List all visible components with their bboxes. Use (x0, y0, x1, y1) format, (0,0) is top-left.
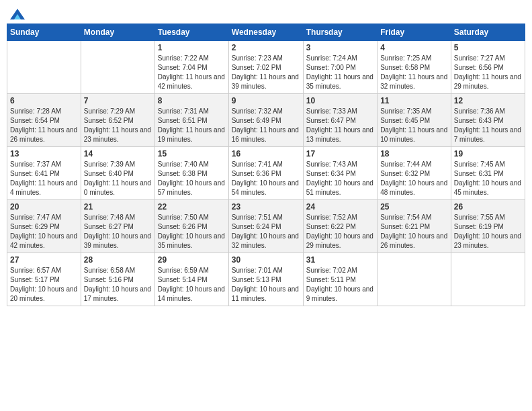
day-detail: Sunrise: 7:37 AM Sunset: 6:41 PM Dayligh… (10, 160, 78, 197)
calendar-cell: 6Sunrise: 7:28 AM Sunset: 6:54 PM Daylig… (7, 94, 81, 147)
calendar-cell: 20Sunrise: 7:47 AM Sunset: 6:29 PM Dayli… (7, 200, 81, 253)
calendar-cell: 24Sunrise: 7:52 AM Sunset: 6:22 PM Dayli… (303, 200, 377, 253)
day-number: 9 (232, 96, 300, 105)
day-detail: Sunrise: 7:50 AM Sunset: 6:26 PM Dayligh… (158, 213, 226, 250)
day-detail: Sunrise: 6:58 AM Sunset: 5:16 PM Dayligh… (84, 266, 152, 304)
calendar-cell: 26Sunrise: 7:55 AM Sunset: 6:19 PM Dayli… (451, 200, 525, 253)
calendar-header-tuesday: Tuesday (154, 24, 228, 41)
day-number: 22 (158, 202, 226, 212)
calendar-cell: 7Sunrise: 7:29 AM Sunset: 6:52 PM Daylig… (81, 94, 154, 147)
calendar-cell: 29Sunrise: 6:59 AM Sunset: 5:14 PM Dayli… (154, 253, 228, 306)
day-number: 30 (232, 255, 300, 265)
calendar-cell: 4Sunrise: 7:25 AM Sunset: 6:58 PM Daylig… (378, 41, 451, 94)
calendar-cell: 14Sunrise: 7:39 AM Sunset: 6:40 PM Dayli… (81, 147, 154, 200)
calendar-cell: 9Sunrise: 7:32 AM Sunset: 6:49 PM Daylig… (228, 94, 303, 147)
day-detail: Sunrise: 7:31 AM Sunset: 6:51 PM Dayligh… (158, 107, 226, 144)
day-number: 17 (306, 149, 374, 158)
day-number: 8 (158, 96, 226, 105)
calendar-cell (7, 41, 81, 94)
calendar-cell: 3Sunrise: 7:24 AM Sunset: 7:00 PM Daylig… (303, 41, 377, 94)
day-number: 2 (232, 43, 300, 52)
calendar-cell: 16Sunrise: 7:41 AM Sunset: 6:36 PM Dayli… (228, 147, 303, 200)
logo (9, 7, 26, 18)
day-number: 6 (10, 96, 78, 105)
day-detail: Sunrise: 7:29 AM Sunset: 6:52 PM Dayligh… (84, 107, 152, 144)
calendar-week-3: 13Sunrise: 7:37 AM Sunset: 6:41 PM Dayli… (7, 147, 525, 200)
day-number: 25 (380, 202, 448, 212)
calendar-cell: 25Sunrise: 7:54 AM Sunset: 6:21 PM Dayli… (378, 200, 451, 253)
calendar-cell: 31Sunrise: 7:02 AM Sunset: 5:11 PM Dayli… (303, 253, 377, 306)
calendar-header-wednesday: Wednesday (228, 24, 303, 41)
day-number: 21 (84, 202, 152, 212)
calendar-cell: 18Sunrise: 7:44 AM Sunset: 6:32 PM Dayli… (378, 147, 451, 200)
logo-icon (10, 9, 25, 19)
day-detail: Sunrise: 7:23 AM Sunset: 7:02 PM Dayligh… (232, 54, 300, 91)
day-number: 15 (158, 149, 226, 158)
day-detail: Sunrise: 7:51 AM Sunset: 6:24 PM Dayligh… (232, 213, 300, 250)
calendar-cell: 22Sunrise: 7:50 AM Sunset: 6:26 PM Dayli… (154, 200, 228, 253)
day-number: 28 (84, 255, 152, 265)
calendar-cell: 5Sunrise: 7:27 AM Sunset: 6:56 PM Daylig… (451, 41, 525, 94)
calendar-cell: 28Sunrise: 6:58 AM Sunset: 5:16 PM Dayli… (81, 253, 154, 306)
day-detail: Sunrise: 7:01 AM Sunset: 5:13 PM Dayligh… (232, 266, 300, 304)
day-number: 19 (454, 149, 522, 158)
calendar-cell: 12Sunrise: 7:36 AM Sunset: 6:43 PM Dayli… (451, 94, 525, 147)
calendar-cell: 23Sunrise: 7:51 AM Sunset: 6:24 PM Dayli… (228, 200, 303, 253)
calendar-header-friday: Friday (378, 24, 451, 41)
day-number: 26 (454, 202, 522, 212)
page-header (7, 7, 525, 18)
calendar-week-1: 1Sunrise: 7:22 AM Sunset: 7:04 PM Daylig… (7, 41, 525, 94)
day-number: 13 (10, 149, 78, 158)
day-detail: Sunrise: 7:55 AM Sunset: 6:19 PM Dayligh… (454, 213, 522, 250)
calendar-cell: 17Sunrise: 7:43 AM Sunset: 6:34 PM Dayli… (303, 147, 377, 200)
day-detail: Sunrise: 7:32 AM Sunset: 6:49 PM Dayligh… (232, 107, 300, 144)
day-number: 4 (380, 43, 448, 52)
day-detail: Sunrise: 7:35 AM Sunset: 6:45 PM Dayligh… (380, 107, 448, 144)
day-detail: Sunrise: 7:39 AM Sunset: 6:40 PM Dayligh… (84, 160, 152, 197)
calendar-cell: 19Sunrise: 7:45 AM Sunset: 6:31 PM Dayli… (451, 147, 525, 200)
day-detail: Sunrise: 6:57 AM Sunset: 5:17 PM Dayligh… (10, 266, 78, 304)
day-number: 23 (232, 202, 300, 212)
day-detail: Sunrise: 7:28 AM Sunset: 6:54 PM Dayligh… (10, 107, 78, 144)
day-detail: Sunrise: 7:48 AM Sunset: 6:27 PM Dayligh… (84, 213, 152, 250)
calendar-header-thursday: Thursday (303, 24, 377, 41)
day-number: 18 (380, 149, 448, 158)
calendar-cell: 21Sunrise: 7:48 AM Sunset: 6:27 PM Dayli… (81, 200, 154, 253)
logo-text (9, 7, 26, 21)
calendar-week-2: 6Sunrise: 7:28 AM Sunset: 6:54 PM Daylig… (7, 94, 525, 147)
calendar-cell: 13Sunrise: 7:37 AM Sunset: 6:41 PM Dayli… (7, 147, 81, 200)
day-detail: Sunrise: 7:41 AM Sunset: 6:36 PM Dayligh… (232, 160, 300, 197)
calendar-week-5: 27Sunrise: 6:57 AM Sunset: 5:17 PM Dayli… (7, 253, 525, 306)
calendar-cell: 11Sunrise: 7:35 AM Sunset: 6:45 PM Dayli… (378, 94, 451, 147)
day-number: 24 (306, 202, 374, 212)
day-detail: Sunrise: 7:43 AM Sunset: 6:34 PM Dayligh… (306, 160, 374, 197)
calendar-cell: 10Sunrise: 7:33 AM Sunset: 6:47 PM Dayli… (303, 94, 377, 147)
calendar-cell: 2Sunrise: 7:23 AM Sunset: 7:02 PM Daylig… (228, 41, 303, 94)
day-detail: Sunrise: 7:54 AM Sunset: 6:21 PM Dayligh… (380, 213, 448, 250)
day-detail: Sunrise: 7:24 AM Sunset: 7:00 PM Dayligh… (306, 54, 374, 91)
calendar-cell (378, 253, 451, 306)
day-detail: Sunrise: 6:59 AM Sunset: 5:14 PM Dayligh… (158, 266, 226, 304)
calendar-cell: 15Sunrise: 7:40 AM Sunset: 6:38 PM Dayli… (154, 147, 228, 200)
calendar-header-monday: Monday (81, 24, 154, 41)
day-detail: Sunrise: 7:36 AM Sunset: 6:43 PM Dayligh… (454, 107, 522, 144)
day-number: 5 (454, 43, 522, 52)
calendar-cell: 27Sunrise: 6:57 AM Sunset: 5:17 PM Dayli… (7, 253, 81, 306)
day-detail: Sunrise: 7:47 AM Sunset: 6:29 PM Dayligh… (10, 213, 78, 250)
day-number: 27 (10, 255, 78, 265)
calendar-cell: 30Sunrise: 7:01 AM Sunset: 5:13 PM Dayli… (228, 253, 303, 306)
day-detail: Sunrise: 7:44 AM Sunset: 6:32 PM Dayligh… (380, 160, 448, 197)
day-number: 29 (158, 255, 226, 265)
calendar-cell: 1Sunrise: 7:22 AM Sunset: 7:04 PM Daylig… (154, 41, 228, 94)
day-number: 14 (84, 149, 152, 158)
day-number: 12 (454, 96, 522, 105)
calendar-header-sunday: Sunday (7, 24, 81, 41)
calendar-header-row: SundayMondayTuesdayWednesdayThursdayFrid… (7, 24, 525, 41)
calendar-cell (81, 41, 154, 94)
day-number: 11 (380, 96, 448, 105)
day-detail: Sunrise: 7:45 AM Sunset: 6:31 PM Dayligh… (454, 160, 522, 197)
day-number: 31 (306, 255, 374, 265)
day-detail: Sunrise: 7:22 AM Sunset: 7:04 PM Dayligh… (158, 54, 226, 91)
calendar-table: SundayMondayTuesdayWednesdayThursdayFrid… (7, 24, 525, 306)
day-number: 16 (232, 149, 300, 158)
